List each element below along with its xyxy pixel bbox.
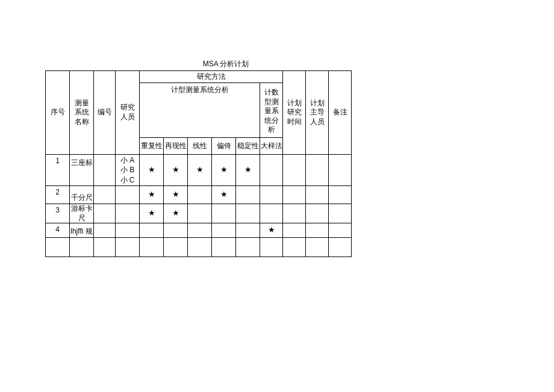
header-count: 计数型测量系统分析 [260,83,283,138]
table-row: 1 三座标 小 A小 B小 C ★ ★ ★ ★ ★ [46,154,352,185]
cell-m4: ★ [212,185,236,204]
cell-c1 [260,204,283,223]
cell-m3 [188,204,212,223]
header-m2: 再现性 [164,137,188,154]
cell-time [283,204,306,223]
cell-lead [306,238,329,257]
cell-m4 [212,223,236,238]
cell-note [329,185,352,204]
cell-lead [306,204,329,223]
cell-m5 [236,185,260,204]
cell-m2: ★ [164,154,188,185]
cell-note [329,204,352,223]
header-note: 备注 [329,71,352,155]
cell-note [329,238,352,257]
cell-m2 [164,238,188,257]
cell-name: lhjffi 规 [70,223,94,238]
cell-m5 [236,238,260,257]
cell-m4 [212,238,236,257]
header-method: 研究方法 [140,71,283,83]
msa-table: 序号 测量系统名称 编号 研究人员 研究方法 计划研究时间 计划主导人员 备注 … [45,70,352,257]
table-row: 3 游标卡尺 ★ ★ [46,204,352,223]
cell-m1: ★ [140,154,164,185]
cell-time [283,185,306,204]
cell-lead [306,154,329,185]
cell-m3 [188,238,212,257]
cell-c1: ★ [260,223,283,238]
header-time: 计划研究时间 [283,71,306,155]
cell-m5 [236,204,260,223]
cell-name: 千分尺 [70,185,94,204]
cell-time [283,238,306,257]
cell-m4: ★ [212,154,236,185]
cell-seq: 1 [46,154,70,185]
cell-m2 [164,223,188,238]
cell-m5: ★ [236,154,260,185]
cell-lead [306,223,329,238]
cell-note [329,223,352,238]
cell-people [116,185,140,204]
page-title: MSA 分析计划 [45,0,406,70]
table-row: 2 千分尺 ★ ★ ★ [46,185,352,204]
cell-m3 [188,223,212,238]
cell-m1: ★ [140,204,164,223]
cell-name: 三座标 [70,154,94,185]
cell-lead [306,185,329,204]
header-people: 研究人员 [116,71,140,155]
cell-time [283,154,306,185]
cell-m2: ★ [164,185,188,204]
cell-people [116,238,140,257]
header-seq: 序号 [46,71,70,155]
cell-people: 小 A小 B小 C [116,154,140,185]
table-row: 4 lhjffi 规 ★ [46,223,352,238]
header-m4: 偏倚 [212,137,236,154]
cell-c1 [260,185,283,204]
header-code: 编号 [94,71,116,155]
cell-time [283,223,306,238]
cell-code [94,204,116,223]
cell-m3 [188,185,212,204]
header-m5: 稳定性 [236,137,260,154]
header-m1: 重复性 [140,137,164,154]
cell-m1: ★ [140,185,164,204]
header-c1: 大样法 [260,137,283,154]
cell-m5 [236,223,260,238]
cell-seq: 2 [46,185,70,204]
header-name: 测量系统名称 [70,71,94,155]
cell-code [94,223,116,238]
table-row [46,238,352,257]
header-m3: 线性 [188,137,212,154]
cell-people [116,223,140,238]
header-lead: 计划主导人员 [306,71,329,155]
cell-m3: ★ [188,154,212,185]
cell-code [94,238,116,257]
cell-note [329,154,352,185]
cell-seq: 3 [46,204,70,223]
cell-c1 [260,154,283,185]
cell-code [94,185,116,204]
cell-name [70,238,94,257]
cell-c1 [260,238,283,257]
header-quant: 计型测量系统分析 [140,83,260,138]
cell-m1 [140,238,164,257]
cell-m2: ★ [164,204,188,223]
cell-people [116,204,140,223]
cell-code [94,154,116,185]
cell-m4 [212,204,236,223]
cell-name: 游标卡尺 [70,204,94,223]
cell-seq [46,238,70,257]
cell-seq: 4 [46,223,70,238]
cell-m1 [140,223,164,238]
